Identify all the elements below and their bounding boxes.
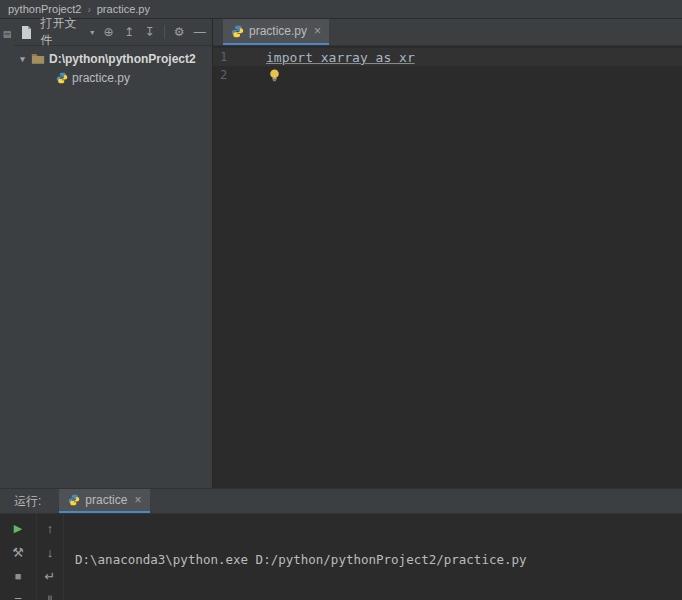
down-stacktrace-icon[interactable]: ↓ <box>37 542 63 562</box>
editor-tab-label: practice.py <box>249 24 307 38</box>
close-icon[interactable]: × <box>314 24 321 38</box>
soft-wrap-icon[interactable]: ↵ <box>37 566 63 586</box>
python-file-icon <box>231 25 244 38</box>
line-number: 2 <box>213 68 261 82</box>
project-tool-window-icon[interactable]: ▤ <box>0 26 14 42</box>
project-toolbar: 打开文件 ▾ ⊕ ↥ ↧ ⚙ — <box>14 19 213 46</box>
run-panel-title: 运行: <box>14 493 41 510</box>
up-stacktrace-icon[interactable]: ↑ <box>37 518 63 538</box>
restore-layout-icon[interactable]: ≡ <box>0 590 36 600</box>
breadcrumb: pythonProject2 › practice.py <box>0 0 682 19</box>
tree-item-practice-py[interactable]: practice.py <box>14 68 212 87</box>
wrench-settings-icon[interactable]: ⚒ <box>0 542 36 562</box>
python-file-icon <box>68 494 80 506</box>
file-icon <box>18 23 35 41</box>
close-icon[interactable]: × <box>134 493 141 507</box>
chevron-down-icon[interactable]: ▾ <box>18 54 27 64</box>
run-panel-header: 运行: practice × <box>0 488 682 514</box>
hide-panel-icon[interactable]: — <box>191 23 208 41</box>
editor-line-1[interactable]: 1 import xarray as xr <box>213 48 682 66</box>
breadcrumb-separator-icon: › <box>87 4 90 15</box>
code-editor[interactable]: 1 import xarray as xr 2 <box>213 46 682 488</box>
breadcrumb-file[interactable]: practice.py <box>97 3 150 15</box>
breadcrumb-project[interactable]: pythonProject2 <box>8 3 81 15</box>
run-tab-practice[interactable]: practice × <box>59 489 150 513</box>
settings-gear-icon[interactable]: ⚙ <box>171 23 188 41</box>
console-line-command: D:\anaconda3\python.exe D:/python/python… <box>75 551 678 568</box>
tree-root-label: D:\python\pythonProject2 <box>49 52 196 66</box>
line-number: 1 <box>213 50 261 64</box>
run-toolbar-primary: ▶ ⚒ ■ ≡ <box>0 514 37 600</box>
code-text: import xarray as xr <box>261 50 415 65</box>
run-toolbar-secondary: ↑ ↓ ↵ ⇓ <box>37 514 64 600</box>
folder-icon <box>31 53 45 65</box>
chevron-down-icon: ▾ <box>90 28 94 37</box>
open-file-label: 打开文件 <box>41 15 88 49</box>
rerun-button[interactable]: ▶ <box>0 518 36 538</box>
tool-window-stripe: ▤ <box>0 19 14 488</box>
console-output[interactable]: D:\anaconda3\python.exe D:/python/python… <box>75 517 678 600</box>
tree-item-project-root[interactable]: ▾ D:\python\pythonProject2 <box>14 49 212 68</box>
collapse-all-icon[interactable]: ↧ <box>141 23 158 41</box>
python-file-icon <box>56 72 68 84</box>
stop-button[interactable]: ■ <box>0 566 36 586</box>
open-file-button[interactable]: 打开文件 ▾ <box>39 15 97 49</box>
editor-tab-practice[interactable]: practice.py × <box>223 19 329 45</box>
project-panel: ▾ D:\python\pythonProject2 practice.py <box>14 46 213 488</box>
run-tab-label: practice <box>85 493 127 507</box>
editor-tab-bar: practice.py × <box>213 19 682 46</box>
expand-all-icon[interactable]: ↥ <box>121 23 138 41</box>
locate-file-icon[interactable]: ⊕ <box>100 23 117 41</box>
scroll-to-end-icon[interactable]: ⇓ <box>37 590 63 600</box>
tree-child-label: practice.py <box>72 71 130 85</box>
lightbulb-intention-icon[interactable] <box>269 69 280 82</box>
toolbar-separator <box>164 25 165 39</box>
run-panel-body: ▶ ⚒ ■ ≡ ↑ ↓ ↵ ⇓ D:\anaconda3\python.exe … <box>0 514 682 600</box>
editor-line-2[interactable]: 2 <box>213 66 682 84</box>
